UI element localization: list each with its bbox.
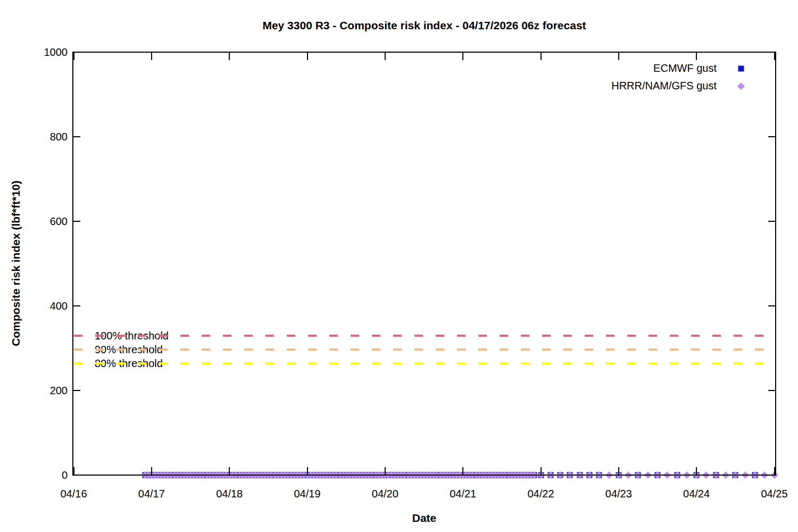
x-tick-label: 04/23: [587, 488, 651, 500]
x-tick-mirror: [696, 53, 697, 60]
hrrr-nam-gfs-data-marker: [742, 471, 749, 479]
x-tick-mirror: [229, 53, 230, 60]
legend-row-hrrr-nam-gfs: HRRR/NAM/GFS gust: [511, 77, 745, 95]
x-tick-mirror: [462, 53, 463, 60]
x-tick-label: 04/22: [509, 488, 573, 500]
x-tick: [462, 467, 463, 475]
hrrr-nam-gfs-diamond-icon: [737, 82, 745, 90]
x-tick: [696, 467, 697, 475]
x-tick: [229, 467, 230, 475]
legend-label-ecmwf: ECMWF gust: [653, 62, 717, 74]
x-tick-label: 04/20: [353, 488, 417, 500]
y-axis-label: Composite risk index (lbf*ft*10): [10, 180, 22, 346]
y-tick: [73, 136, 80, 137]
x-tick-label: 04/17: [120, 488, 184, 500]
legend-label-hrrr-nam-gfs: HRRR/NAM/GFS gust: [611, 80, 717, 92]
y-tick-label: 600: [14, 215, 68, 228]
hrrr-nam-gfs-data-marker: [761, 471, 768, 479]
x-tick-label: 04/16: [42, 488, 106, 500]
threshold-line: [74, 335, 769, 337]
x-tick-mirror: [385, 53, 386, 60]
y-tick-label: 800: [14, 131, 68, 143]
chart-title: Mey 3300 R3 - Composite risk index - 04/…: [73, 19, 776, 32]
y-tick-label: 1000: [14, 46, 68, 59]
x-tick-mirror: [307, 53, 308, 60]
y-tick: [73, 475, 80, 476]
x-tick: [307, 467, 308, 475]
y-tick: [73, 390, 80, 391]
y-tick-mirror: [768, 475, 775, 476]
y-tick: [73, 305, 80, 306]
x-tick: [73, 467, 74, 475]
plot-border-right: [775, 52, 776, 476]
x-tick-label: 04/25: [743, 488, 798, 500]
x-tick: [541, 467, 542, 475]
y-tick-label: 400: [14, 300, 68, 312]
legend-row-ecmwf: ECMWF gust: [511, 60, 745, 77]
threshold-line: [74, 348, 769, 351]
hrrr-nam-gfs-data-marker: [644, 471, 652, 479]
chart-page: { "title": "Mey 3300 R3 - Composite risk…: [0, 0, 798, 532]
x-tick-mirror: [151, 53, 152, 60]
hrrr-nam-gfs-data-marker: [663, 471, 671, 479]
y-tick-label: 0: [14, 469, 68, 481]
x-tick-label: 04/19: [276, 488, 339, 500]
x-tick-label: 04/18: [197, 488, 261, 500]
hrrr-nam-gfs-data-marker: [702, 471, 710, 479]
x-tick: [618, 467, 619, 475]
plot-area: 04/1604/1704/1804/1904/2004/2104/2204/23…: [73, 52, 776, 475]
ecmwf-square-icon: [737, 65, 745, 72]
x-tick-mirror: [618, 53, 619, 60]
hrrr-nam-gfs-data-marker: [625, 471, 632, 479]
y-tick-mirror: [768, 136, 775, 137]
plot-border-top: [72, 52, 776, 53]
y-tick-mirror: [768, 221, 775, 222]
x-tick-label: 04/24: [664, 488, 728, 500]
x-axis-label: Date: [73, 512, 776, 525]
plot-border-left: [72, 52, 73, 476]
x-tick-label: 04/21: [431, 488, 495, 500]
x-tick: [151, 467, 152, 475]
x-tick-mirror: [541, 53, 542, 60]
x-tick-mirror: [774, 53, 775, 60]
y-tick-mirror: [768, 390, 775, 391]
hrrr-nam-gfs-data-marker: [605, 471, 612, 479]
legend: ECMWF gust HRRR/NAM/GFS gust: [511, 60, 745, 95]
x-tick-mirror: [73, 53, 74, 60]
hrrr-nam-gfs-data-marker: [722, 471, 729, 479]
hrrr-nam-gfs-data-marker: [683, 471, 691, 479]
threshold-line: [74, 362, 769, 364]
x-tick: [774, 467, 775, 475]
y-tick: [73, 52, 80, 53]
y-tick-mirror: [768, 305, 775, 306]
y-tick: [73, 221, 80, 222]
x-tick: [385, 467, 386, 475]
y-tick-mirror: [768, 52, 775, 53]
y-tick-label: 200: [14, 385, 68, 397]
